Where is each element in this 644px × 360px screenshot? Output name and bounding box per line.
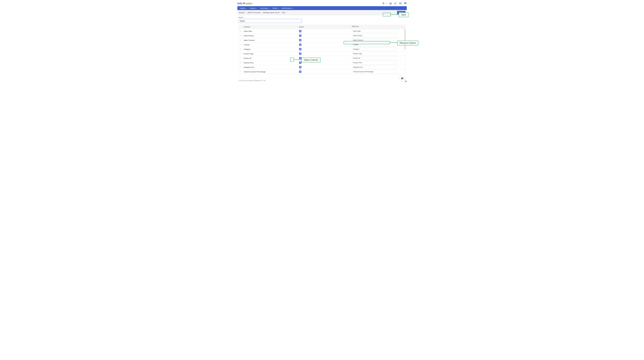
export-as-cell <box>350 52 405 56</box>
export-as-input[interactable] <box>352 34 397 37</box>
drag-handle-icon[interactable] <box>239 29 242 33</box>
export-checkbox[interactable] <box>299 70 302 73</box>
export-cell <box>298 70 350 74</box>
export-as-input[interactable] <box>352 66 397 69</box>
column-name-cell: Shipping Cost <box>242 65 298 69</box>
notifications-button[interactable]: 65 <box>382 2 387 5</box>
column-name-cell: Factory Price <box>242 61 298 65</box>
export-cell <box>298 47 350 51</box>
topbar-icons: 65 <box>382 2 406 5</box>
logo-text-2: eave <box>246 2 252 5</box>
export-as-cell <box>350 42 405 47</box>
chevron-right-icon: › <box>280 12 281 14</box>
breadcrumb-item[interactable]: Analysis <box>239 12 245 14</box>
table-row: Transit Insurance Percentage <box>239 70 405 74</box>
drag-handle-icon[interactable] <box>239 47 242 51</box>
export-as-input[interactable] <box>352 38 397 42</box>
logo-icon <box>243 2 245 5</box>
drag-handle-icon[interactable] <box>239 65 242 70</box>
column-name-cell: Country <box>242 43 298 47</box>
export-as-input[interactable] <box>352 56 397 60</box>
export-cell <box>298 38 350 42</box>
floating-action-button[interactable] <box>400 76 405 82</box>
breadcrumb: Analysis › What-If Formulae › Manage exp… <box>239 12 286 14</box>
table-row: Country <box>239 42 405 47</box>
copyright-text: © 2013-2023 Noesys Software Pvt. Ltd. <box>239 80 266 82</box>
column-name-cell: Product ID <box>242 56 298 60</box>
bug-icon[interactable]: ✱ <box>405 80 406 82</box>
column-name-cell: Order Date <box>242 29 298 33</box>
table-row: Order Priority <box>239 34 405 38</box>
column-name-cell: Product Type <box>242 52 298 56</box>
annotation-line <box>294 60 302 60</box>
export-checkbox[interactable] <box>299 34 302 37</box>
drag-handle-icon[interactable] <box>239 38 242 42</box>
export-checkbox[interactable] <box>299 44 302 46</box>
annotation-select: Select Column <box>302 58 320 62</box>
export-checkbox[interactable] <box>299 62 302 64</box>
table-row: Order Date <box>239 29 405 34</box>
breadcrumb-item[interactable]: What-If Formulae <box>248 12 260 14</box>
chevron-down-icon <box>269 8 270 9</box>
nav-automation[interactable]: Automation <box>259 7 271 9</box>
col-export-header: Export <box>298 25 350 29</box>
column-name-cell: Transit Insurance Percentage <box>242 70 298 74</box>
export-checkbox[interactable] <box>299 48 302 50</box>
export-checkbox[interactable] <box>299 57 302 59</box>
drag-handle-icon[interactable] <box>239 34 242 38</box>
breadcrumb-item[interactable]: Manage export format <box>263 12 279 14</box>
nav-studio[interactable]: Studio <box>271 7 280 9</box>
annotation-line <box>390 42 397 43</box>
library-button[interactable] <box>394 2 397 5</box>
table-row: Sales Channel <box>239 38 405 42</box>
drag-handle-icon[interactable] <box>239 70 242 74</box>
nav-label: Analysis <box>250 7 256 9</box>
monitor-button[interactable] <box>399 2 402 5</box>
table-row: Factory Price <box>239 60 405 65</box>
drag-handle-icon[interactable] <box>239 60 242 65</box>
subbar: Analysis › What-If Formulae › Manage exp… <box>238 10 407 15</box>
export-as-cell <box>350 65 405 70</box>
export-cell <box>298 29 350 33</box>
export-as-cell <box>350 47 405 51</box>
export-checkbox[interactable] <box>299 66 302 68</box>
scrollbar[interactable] <box>404 29 405 50</box>
nav-administration[interactable]: Administration <box>280 7 295 9</box>
drag-handle-icon[interactable] <box>239 42 242 47</box>
books-icon <box>394 2 397 5</box>
chevron-right-icon: › <box>262 12 262 14</box>
export-cell <box>298 34 350 38</box>
export-as-input[interactable] <box>352 43 397 46</box>
table-body: Order DateOrder PrioritySales ChannelCou… <box>239 29 405 74</box>
export-as-input[interactable] <box>352 30 397 33</box>
logo-text-1: Info <box>238 2 242 5</box>
chevron-down-icon <box>246 8 247 9</box>
export-as-input[interactable] <box>352 61 397 64</box>
drag-handle-icon[interactable] <box>239 56 242 60</box>
nav-label: Administration <box>281 7 292 9</box>
drag-handle-icon[interactable] <box>239 52 242 56</box>
nav-analysis[interactable]: Analysis <box>248 7 258 9</box>
export-as-cell <box>350 56 405 60</box>
export-checkbox[interactable] <box>299 30 302 32</box>
export-checkbox[interactable] <box>299 52 302 55</box>
notification-count: 65 <box>385 2 387 4</box>
export-as-input[interactable] <box>352 70 397 74</box>
column-name-cell: Order Priority <box>242 34 298 38</box>
name-input[interactable] <box>239 19 302 23</box>
export-as-cell <box>350 34 405 38</box>
export-as-input[interactable] <box>352 48 397 51</box>
col-columns-header: Columns <box>242 25 298 29</box>
app-switcher-button[interactable] <box>404 2 407 5</box>
required-mark: * <box>243 16 244 18</box>
column-name-cell: Category <box>242 47 298 51</box>
export-as-input[interactable] <box>352 52 397 55</box>
chevron-down-icon <box>278 8 279 9</box>
export-checkbox[interactable] <box>299 39 302 41</box>
annotation-rename: Rename Column <box>397 41 418 45</box>
help-button[interactable] <box>389 2 392 5</box>
nav-insights[interactable]: Insights <box>238 7 248 9</box>
col-exportas-header: Export as <box>350 25 405 29</box>
export-cell <box>298 65 350 70</box>
nav-label: Studio <box>272 7 277 9</box>
